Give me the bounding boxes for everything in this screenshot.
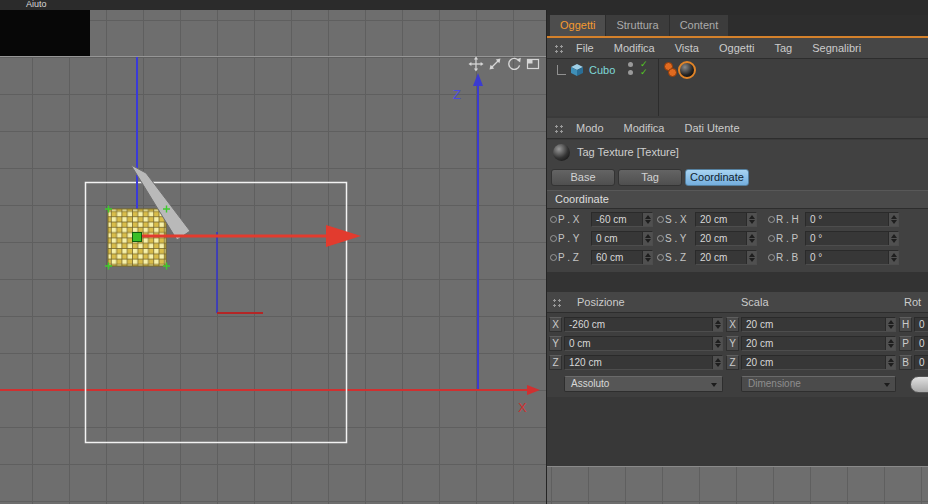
stepper-icon[interactable] [888, 251, 898, 264]
axis-label: P [899, 336, 912, 351]
panel-grip-icon[interactable] [553, 43, 564, 54]
render-visibility-dot[interactable] [628, 70, 633, 75]
stepper-icon[interactable] [888, 213, 898, 226]
keyframe-circle-icon[interactable] [657, 235, 664, 242]
tab-content[interactable]: Content [670, 15, 729, 36]
texture-tag-sphere-icon [553, 144, 570, 161]
axis-label: Y [549, 336, 562, 351]
object-name[interactable]: Cubo [589, 64, 615, 76]
am-menu-modifica[interactable]: Modifica [614, 122, 675, 134]
stepper-icon[interactable] [888, 232, 898, 245]
object-manager-tabs: Oggetti Struttura Content [547, 15, 928, 36]
panel-gap [547, 397, 928, 466]
scale-y-field[interactable]: 20 cm [741, 336, 896, 351]
keyframe-circle-icon[interactable] [550, 216, 557, 223]
om-menu-file[interactable]: File [566, 42, 604, 54]
keyframe-circle-icon[interactable] [550, 235, 557, 242]
pan-camera-icon[interactable] [468, 56, 484, 72]
stepper-icon[interactable] [746, 232, 756, 245]
attribute-manager-menubar: Modo Modifica Dati Utente [547, 118, 928, 139]
tab-struttura[interactable]: Struttura [606, 15, 668, 36]
size-dropdown[interactable]: Dimensione [741, 376, 896, 392]
editor-visibility-dot[interactable] [628, 62, 633, 67]
am-menu-modo[interactable]: Modo [566, 122, 614, 134]
pz-field[interactable]: 60 cm [591, 250, 653, 265]
field-label: P . Z [558, 250, 579, 265]
sz-field[interactable]: 20 cm [695, 250, 757, 265]
toggle-view-icon[interactable] [525, 56, 541, 72]
position-header: Posizione [577, 296, 625, 308]
texture-x-arrowhead[interactable] [326, 225, 361, 247]
mode-dropdown[interactable]: Assoluto [564, 376, 723, 392]
branch-line [557, 65, 566, 75]
stepper-icon[interactable] [642, 232, 652, 245]
rb-field[interactable]: 0 ° [805, 250, 899, 265]
cube-object-icon[interactable] [569, 62, 585, 78]
tab-coordinate[interactable]: Coordinate [685, 169, 749, 186]
enable-check-icon[interactable]: ✓ [640, 68, 648, 77]
axis-label: B [899, 355, 912, 370]
axis-label: X [549, 317, 562, 332]
stepper-icon[interactable] [642, 251, 652, 264]
partial-button[interactable] [910, 376, 928, 393]
rotation-h-field[interactable]: 0 [914, 317, 928, 332]
object-list[interactable]: Cubo ✓ ✓ [547, 59, 928, 116]
keyframe-circle-icon[interactable] [768, 235, 775, 242]
panel-grip-icon[interactable] [553, 123, 564, 134]
tab-base[interactable]: Base [551, 169, 615, 186]
om-menu-tag[interactable]: Tag [764, 42, 802, 54]
sx-field[interactable]: 20 cm [695, 212, 757, 227]
sy-field[interactable]: 20 cm [695, 231, 757, 246]
rotation-b-field[interactable]: 0 [914, 355, 928, 370]
zoom-camera-icon[interactable] [487, 56, 503, 72]
world-x-arrowhead [527, 385, 540, 395]
rh-field[interactable]: 0 ° [805, 212, 899, 227]
position-z-field[interactable]: 120 cm [564, 355, 723, 370]
rotation-p-field[interactable]: 0 [914, 336, 928, 351]
field-label: S . Y [665, 231, 687, 246]
position-y-field[interactable]: 0 cm [564, 336, 723, 351]
panel-grip-icon[interactable] [551, 297, 562, 308]
om-menu-vista[interactable]: Vista [665, 42, 709, 54]
am-menu-dati-utente[interactable]: Dati Utente [675, 122, 750, 134]
rp-field[interactable]: 0 ° [805, 231, 899, 246]
field-label: P . X [558, 212, 580, 227]
keyframe-circle-icon[interactable] [768, 254, 775, 261]
position-x-field[interactable]: -260 cm [564, 317, 723, 332]
om-menu-segnalibri[interactable]: Segnalibri [802, 42, 871, 54]
scale-z-field[interactable]: 20 cm [741, 355, 896, 370]
stepper-icon[interactable] [712, 318, 722, 331]
rotate-camera-icon[interactable] [506, 56, 522, 72]
keyframe-circle-icon[interactable] [657, 216, 664, 223]
py-field[interactable]: 0 cm [591, 231, 653, 246]
stepper-icon[interactable] [712, 337, 722, 350]
stepper-icon[interactable] [885, 337, 895, 350]
scale-x-field[interactable]: 20 cm [741, 317, 896, 332]
coordinate-manager-header: Posizione Scala Rot [547, 292, 928, 313]
stepper-icon[interactable] [712, 356, 722, 369]
menu-help[interactable]: Aiuto [26, 0, 47, 9]
stepper-icon[interactable] [746, 251, 756, 264]
selected-texture-tag-icon[interactable] [678, 61, 696, 79]
coordinate-section-header[interactable]: Coordinate [547, 190, 928, 209]
stepper-icon[interactable] [642, 213, 652, 226]
keyframe-circle-icon[interactable] [768, 216, 775, 223]
stepper-icon[interactable] [885, 318, 895, 331]
om-menu-oggetti[interactable]: Oggetti [709, 42, 764, 54]
coordinate-row: P . X -60 cm S . X 20 cm R . H 0 ° [547, 212, 928, 227]
texture-tag-icon[interactable] [668, 68, 677, 77]
om-menu-modifica[interactable]: Modifica [604, 42, 665, 54]
stepper-icon[interactable] [885, 356, 895, 369]
keyframe-circle-icon[interactable] [550, 254, 557, 261]
px-field[interactable]: -60 cm [591, 212, 653, 227]
front-viewport[interactable]: Z X [0, 10, 546, 504]
keyframe-circle-icon[interactable] [657, 254, 664, 261]
panel-gap [547, 272, 928, 292]
tab-tag[interactable]: Tag [618, 169, 682, 186]
coordinate-row: P . Z 60 cm S . Z 20 cm R . B 0 ° [547, 250, 928, 265]
tab-oggetti[interactable]: Oggetti [550, 15, 605, 36]
z-axis-label: Z [453, 87, 461, 102]
bottom-viewport[interactable] [547, 467, 928, 504]
texture-center-handle[interactable] [133, 233, 142, 242]
stepper-icon[interactable] [746, 213, 756, 226]
